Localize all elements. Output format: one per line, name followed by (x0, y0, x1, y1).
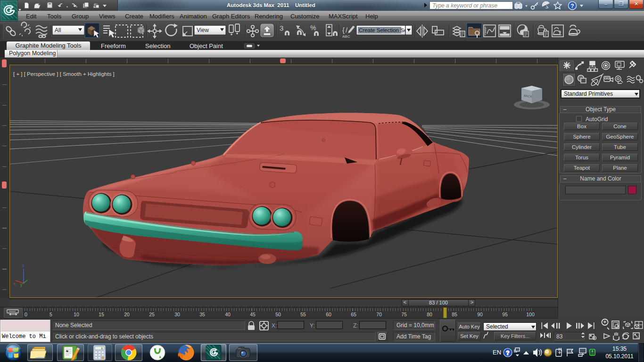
svg-text:%: % (310, 24, 316, 32)
svg-text:{: { (342, 26, 345, 34)
svg-text:All: All (55, 27, 61, 33)
svg-text:y: y (20, 282, 23, 287)
svg-text:z: z (22, 263, 25, 268)
svg-text:Create Selection Se: Create Selection Se (359, 27, 407, 33)
svg-text:?: ? (506, 350, 509, 356)
svg-text:3: 3 (280, 24, 283, 32)
svg-text:/: / (346, 26, 348, 34)
svg-text:?: ? (570, 3, 574, 9)
svg-text:x: x (13, 281, 16, 286)
svg-text:View: View (197, 27, 209, 33)
svg-text:0: 0 (101, 347, 103, 350)
svg-text:ABC: ABC (342, 34, 350, 39)
